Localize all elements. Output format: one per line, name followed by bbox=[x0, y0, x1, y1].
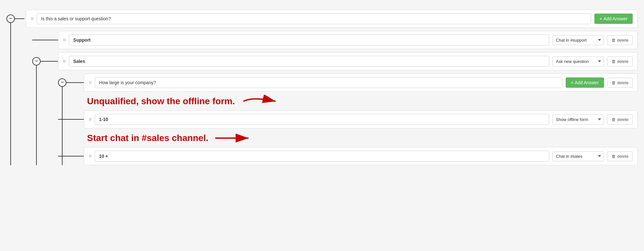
answer-1-10-input[interactable] bbox=[95, 114, 549, 125]
delete-label-10plus: delete bbox=[617, 154, 629, 159]
10plus-connector bbox=[58, 156, 84, 156]
h-connector-sales bbox=[41, 61, 58, 62]
answer-10plus-card: ≡ Chat in #sales Chat in #support Ask ne… bbox=[84, 147, 638, 165]
plus-icon-q2: + bbox=[571, 80, 573, 85]
answer-support-card: ≡ Chat in #support Ask new question Show… bbox=[58, 31, 638, 49]
sales-section: − ≡ Ask new question Chat in #support Sh… bbox=[6, 52, 638, 165]
answer-sales-action-select[interactable]: Ask new question Chat in #support Show o… bbox=[552, 56, 604, 66]
minus-icon-q2: − bbox=[61, 80, 63, 85]
h-connector-1-10 bbox=[58, 119, 84, 120]
arrow-startchat bbox=[214, 132, 252, 145]
annotation-startchat-text: Start chat in #sales channel. bbox=[87, 133, 209, 143]
1-10-connector bbox=[58, 119, 84, 120]
answer-support-row: ≡ Chat in #support Ask new question Show… bbox=[32, 31, 638, 49]
question1-connector: − bbox=[6, 15, 26, 23]
answer-1-10-action-select[interactable]: Show offline form Chat in #support Ask n… bbox=[552, 115, 604, 125]
trash-icon-support: 🗑 bbox=[611, 38, 616, 43]
trash-icon-10plus: 🗑 bbox=[611, 154, 616, 159]
answer-10plus-action-select[interactable]: Chat in #sales Chat in #support Ask new … bbox=[552, 151, 604, 161]
delete-label-support: delete bbox=[617, 38, 629, 43]
question2-card: ≡ + Add Answer 🗑 delete bbox=[84, 74, 638, 92]
drag-handle-10plus[interactable]: ≡ bbox=[89, 153, 92, 159]
support-connector bbox=[32, 40, 58, 40]
trash-icon-sales: 🗑 bbox=[611, 59, 616, 64]
add-answer-q1-button[interactable]: + Add Answer bbox=[594, 14, 633, 24]
h-connector-q1 bbox=[15, 18, 24, 19]
add-answer-q2-button[interactable]: + Add Answer bbox=[566, 77, 604, 88]
drag-handle-q1[interactable]: ≡ bbox=[31, 16, 34, 22]
add-answer-q2-label: Add Answer bbox=[575, 80, 599, 85]
add-answer-q1-label: Add Answer bbox=[603, 16, 628, 21]
answer-sales-card: ≡ Ask new question Chat in #support Show… bbox=[58, 52, 638, 70]
sales-connector: − bbox=[32, 57, 58, 65]
answer-sales-row: − ≡ Ask new question Chat in #support Sh… bbox=[32, 52, 638, 70]
answer-sales-delete-button[interactable]: 🗑 delete bbox=[607, 56, 633, 66]
q2-connector: − bbox=[58, 78, 84, 87]
answer-support-input[interactable] bbox=[69, 35, 549, 45]
bot-flow-tree: − ≡ + Add Answer ≡ bbox=[6, 6, 638, 172]
collapse-question1-button[interactable]: − bbox=[6, 15, 15, 23]
delete-label-1-10: delete bbox=[617, 117, 629, 122]
question2-section: − ≡ + Add Answer bbox=[6, 74, 638, 165]
answer-1-10-row: ≡ Show offline form Chat in #support Ask… bbox=[58, 110, 638, 128]
answer-1-10-card: ≡ Show offline form Chat in #support Ask… bbox=[84, 110, 638, 128]
question1-row: − ≡ + Add Answer bbox=[6, 10, 638, 28]
answer-sales-input[interactable] bbox=[69, 56, 549, 67]
answer-support-action-select[interactable]: Chat in #support Ask new question Show o… bbox=[552, 35, 604, 45]
answer-support-delete-button[interactable]: 🗑 delete bbox=[607, 35, 633, 45]
collapse-sales-button[interactable]: − bbox=[32, 57, 41, 65]
answer-10plus-delete-button[interactable]: 🗑 delete bbox=[607, 151, 633, 161]
trash-icon-q2: 🗑 bbox=[611, 80, 616, 85]
question2-delete-button[interactable]: 🗑 delete bbox=[607, 78, 633, 88]
drag-handle-q2[interactable]: ≡ bbox=[89, 80, 92, 85]
question1-input[interactable] bbox=[37, 13, 591, 24]
arrow-unqualified bbox=[240, 95, 279, 108]
answer-1-10-delete-button[interactable]: 🗑 delete bbox=[607, 115, 633, 125]
question1-card: ≡ + Add Answer bbox=[26, 10, 638, 28]
collapse-q2-button[interactable]: − bbox=[58, 78, 66, 87]
h-connector-support bbox=[32, 40, 58, 40]
annotation-unqualified-text: Unqualified, show the offline form. bbox=[87, 96, 235, 106]
trash-icon-1-10: 🗑 bbox=[611, 117, 616, 122]
plus-icon-q1: + bbox=[600, 16, 602, 21]
annotation-startchat-row: Start chat in #sales channel. bbox=[87, 132, 638, 145]
drag-handle-support[interactable]: ≡ bbox=[63, 37, 66, 43]
answer-10plus-row: ≡ Chat in #sales Chat in #support Ask ne… bbox=[58, 147, 638, 165]
drag-handle-1-10[interactable]: ≡ bbox=[89, 116, 92, 122]
annotation-unqualified-row: Unqualified, show the offline form. bbox=[87, 95, 638, 108]
drag-handle-sales[interactable]: ≡ bbox=[63, 58, 66, 64]
h-connector-10plus bbox=[58, 156, 84, 156]
question2-input[interactable] bbox=[95, 77, 562, 88]
sales-sub-section: − ≡ + Add Answer bbox=[6, 74, 638, 165]
answer-10plus-input[interactable] bbox=[95, 151, 549, 162]
delete-label-q2: delete bbox=[617, 80, 629, 85]
delete-label-sales: delete bbox=[617, 59, 629, 64]
h-connector-q2 bbox=[66, 82, 84, 83]
minus-icon-sales: − bbox=[35, 58, 38, 64]
minus-icon: − bbox=[9, 16, 12, 21]
question2-row: − ≡ + Add Answer bbox=[58, 74, 638, 92]
